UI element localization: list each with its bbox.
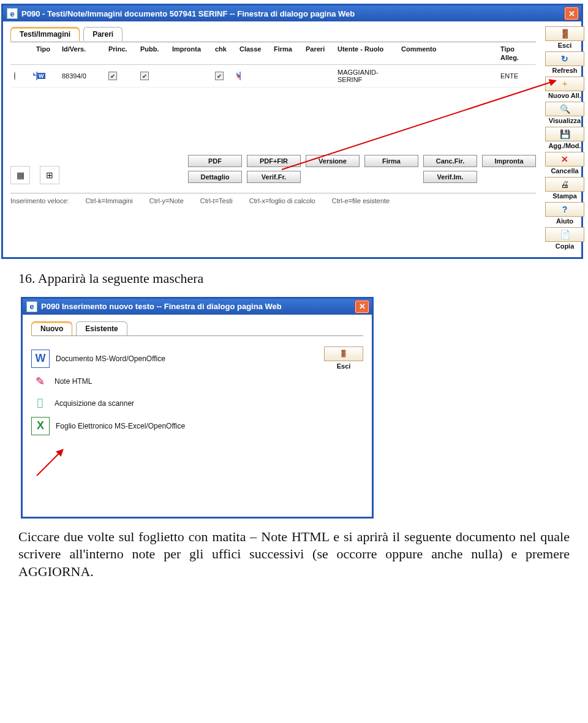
sidebar-aggmod[interactable]: 💾Agg./Mod. (545, 127, 584, 149)
col-chk: chk (211, 45, 236, 53)
instruction-step-16: 16. Apparirà la seguente maschera (0, 259, 588, 291)
option-excel[interactable]: X Foglio Elettronico MS-Excel/OpenOffice (31, 417, 363, 435)
view-icon: 🔍 (560, 104, 570, 114)
titlebar: e P090 - Testi/Note/Immagini documento 5… (3, 6, 581, 21)
close-icon[interactable]: ✕ (355, 300, 369, 313)
pubb-checkbox[interactable]: ✔ (140, 72, 149, 80)
chk-checkbox[interactable]: ✔ (215, 72, 224, 80)
print-icon: 🖨 (560, 179, 569, 189)
option-word[interactable]: W Documento MS-Word/OpenOffice (31, 350, 363, 368)
col-impronta: Impronta (168, 45, 211, 53)
delete-icon: ✕ (561, 154, 568, 164)
save-icon: 💾 (560, 129, 570, 139)
versione-button[interactable]: Versione (306, 155, 360, 167)
toolbar-icons: ▦ ⊞ (10, 166, 59, 184)
col-id: Id/Vers. (58, 45, 105, 53)
firma-button[interactable]: Firma (364, 155, 418, 167)
sidebar-esci[interactable]: 🚪Esci (545, 26, 584, 49)
tab-pareri[interactable]: Pareri (83, 27, 123, 41)
sidebar-aiuto[interactable]: ?Aiuto (545, 202, 584, 225)
row-id: 88394/0 (58, 72, 105, 80)
col-tipo: Tipo (32, 45, 58, 53)
sidebar-cancella[interactable]: ✕Cancella (545, 152, 584, 174)
exit-icon: 🚪 (339, 350, 348, 358)
col-firma: Firma (270, 45, 302, 53)
window-title: P090 - Testi/Note/Immagini documento 507… (21, 9, 564, 18)
veriffr-button[interactable]: Verif.Fr. (247, 171, 301, 183)
tabs: Testi/Immagini Pareri (10, 26, 536, 40)
col-pareri: Pareri (302, 45, 334, 53)
excel-icon: X (31, 417, 50, 435)
close-icon[interactable]: ✕ (564, 7, 579, 20)
pdf-button[interactable]: PDF (188, 155, 242, 167)
col-pubb: Pubb. (137, 45, 168, 53)
row-tipoalleg: ENTE (497, 72, 536, 80)
word-doc-icon[interactable] (36, 72, 37, 80)
sidebar-copia[interactable]: 📄Copia (545, 227, 584, 250)
cancfir-button[interactable]: Canc.Fir. (423, 155, 477, 167)
col-princ: Princ. (105, 45, 137, 53)
new-icon: ＋ (560, 78, 569, 89)
refresh-icon: ↻ (561, 54, 568, 64)
app-icon: e (26, 301, 37, 312)
hint-label: Inserimento veloce: (10, 197, 69, 204)
window-title-2: P090 Inserimento nuovo testo -- Finestra… (41, 302, 355, 311)
app-icon: e (7, 8, 18, 19)
instruction-paragraph: Ciccare due volte sul foglietto con mati… (0, 519, 588, 599)
shortcut-hint: Inserimento veloce: Ctrl-k=Immagini Ctrl… (10, 193, 536, 207)
table-row[interactable]: 88394/0 ✔ ✔ ✔ MAGGIANID-SERINF ENTE (10, 65, 536, 88)
titlebar-2: e P090 Inserimento nuovo testo -- Finest… (23, 299, 372, 315)
princ-checkbox[interactable]: ✔ (108, 72, 117, 80)
option-note-html[interactable]: ✎ Note HTML (31, 373, 363, 390)
col-commento: Commento (398, 45, 497, 53)
copy-icon: 📄 (560, 230, 570, 239)
option-scanner[interactable]: ⌷ Acquisizione da scanner (31, 395, 363, 412)
row-utente: MAGGIANID-SERINF (334, 69, 398, 83)
tabs-2: Nuovo Esistente (31, 321, 363, 335)
dialog-insert-new-text: e P090 Inserimento nuovo testo -- Finest… (21, 297, 374, 519)
sidebar-visualizza[interactable]: 🔍Visualizza (545, 102, 584, 124)
tab-testi-immagini[interactable]: Testi/Immagini (10, 27, 80, 41)
col-utente: Utente - Ruolo (334, 45, 398, 53)
esci-button-2[interactable]: 🚪 Esci (324, 347, 363, 370)
impronta-button[interactable]: Impronta (482, 155, 536, 167)
sidebar-refresh[interactable]: ↻Refresh (545, 51, 584, 74)
exit-icon: 🚪 (560, 29, 570, 39)
verifim-button[interactable]: Verif.Im. (423, 171, 477, 183)
col-tipoalleg: Tipo Alleg. (497, 45, 536, 62)
tab-esistente[interactable]: Esistente (76, 321, 127, 335)
office-icon[interactable]: ▦ (10, 166, 30, 184)
word-icon: W (31, 350, 50, 368)
tree-icon[interactable]: ⊞ (40, 166, 59, 184)
dialog-texts-notes: e P090 - Testi/Note/Immagini documento 5… (1, 4, 583, 259)
table-header: Tipo Id/Vers. Princ. Pubb. Impronta chk … (10, 42, 536, 65)
tab-nuovo[interactable]: Nuovo (31, 321, 72, 335)
col-classe: Classe (236, 45, 270, 53)
dettaglio-button[interactable]: Dettaglio (188, 171, 242, 183)
sidebar: 🚪Esci ↻Refresh ＋Nuovo All. 🔍Visualizza 💾… (541, 21, 588, 257)
pencil-note-icon: ✎ (31, 373, 48, 390)
scanner-icon: ⌷ (31, 395, 48, 412)
help-icon: ? (562, 204, 568, 214)
row-radio[interactable] (14, 72, 15, 80)
sidebar-stampa[interactable]: 🖨Stampa (545, 177, 584, 200)
classe-doc-icon[interactable] (239, 72, 241, 80)
